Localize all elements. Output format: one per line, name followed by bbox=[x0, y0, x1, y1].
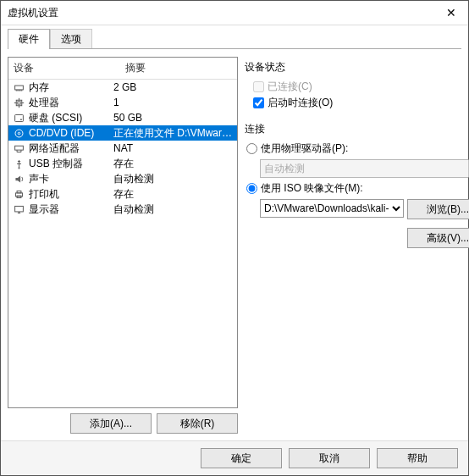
connection-title: 连接 bbox=[245, 122, 469, 136]
svg-rect-1 bbox=[16, 100, 22, 106]
device-summary: 1 bbox=[113, 97, 234, 108]
tab-strip: 硬件 选项 bbox=[1, 25, 468, 49]
svg-point-8 bbox=[18, 167, 19, 169]
usb-icon bbox=[12, 157, 25, 170]
table-row[interactable]: 显示器自动检测 bbox=[8, 202, 237, 217]
device-summary: 50 GB bbox=[113, 112, 234, 124]
poweron-label: 启动时连接(O) bbox=[268, 96, 333, 110]
use-physical-row[interactable]: 使用物理驱动器(P): bbox=[246, 141, 469, 156]
browse-button[interactable]: 浏览(B)... bbox=[407, 199, 469, 219]
table-body: 内存2 GB处理器1硬盘 (SCSI)50 GBCD/DVD (IDE)正在使用… bbox=[8, 80, 237, 407]
device-name: 显示器 bbox=[29, 202, 113, 217]
table-row[interactable]: 内存2 GB bbox=[8, 80, 237, 95]
physical-drive-select: 自动检测 bbox=[260, 159, 469, 178]
dialog-footer: 确定 取消 帮助 bbox=[1, 440, 468, 475]
physical-combo-row: 自动检测 bbox=[260, 159, 469, 178]
device-name: 硬盘 (SCSI) bbox=[29, 111, 113, 125]
content-area: 设备 摘要 内存2 GB处理器1硬盘 (SCSI)50 GBCD/DVD (ID… bbox=[1, 50, 468, 440]
poweron-checkbox[interactable] bbox=[253, 97, 264, 108]
device-summary: 存在 bbox=[113, 187, 234, 202]
net-icon bbox=[12, 141, 25, 155]
table-header: 设备 摘要 bbox=[8, 58, 237, 80]
device-summary: 2 GB bbox=[113, 81, 234, 93]
table-row[interactable]: USB 控制器存在 bbox=[8, 156, 237, 171]
right-pane: 设备状态 已连接(C) 启动时连接(O) 连接 使用物理驱动器(P): bbox=[245, 57, 469, 434]
advanced-row: 高级(V)... bbox=[245, 228, 469, 248]
device-summary: NAT bbox=[113, 142, 234, 154]
svg-point-5 bbox=[15, 130, 23, 137]
device-summary: 存在 bbox=[113, 157, 234, 171]
tab-options[interactable]: 选项 bbox=[50, 29, 92, 49]
device-table: 设备 摘要 内存2 GB处理器1硬盘 (SCSI)50 GBCD/DVD (ID… bbox=[8, 57, 238, 408]
printer-icon bbox=[12, 187, 25, 201]
connected-checkbox-row: 已连接(C) bbox=[253, 80, 469, 94]
table-row[interactable]: 打印机存在 bbox=[8, 186, 237, 202]
close-button[interactable]: ✕ bbox=[434, 6, 468, 19]
memory-icon bbox=[12, 80, 25, 94]
iso-combo-row: D:\VMware\Downloads\kali- 浏览(B)... bbox=[260, 199, 469, 219]
add-button[interactable]: 添加(A)... bbox=[70, 413, 152, 434]
titlebar: 虚拟机设置 ✕ bbox=[1, 1, 468, 25]
left-pane: 设备 摘要 内存2 GB处理器1硬盘 (SCSI)50 GBCD/DVD (ID… bbox=[8, 57, 238, 434]
cancel-button[interactable]: 取消 bbox=[289, 448, 370, 468]
tab-hardware[interactable]: 硬件 bbox=[8, 29, 50, 49]
device-name: 打印机 bbox=[29, 187, 113, 202]
device-name: 网络适配器 bbox=[29, 141, 113, 156]
use-physical-radio[interactable] bbox=[246, 143, 257, 154]
table-row[interactable]: 处理器1 bbox=[8, 95, 237, 110]
device-name: CD/DVD (IDE) bbox=[29, 127, 113, 139]
table-row[interactable]: CD/DVD (IDE)正在使用文件 D:\VMware\Dow... bbox=[8, 125, 237, 141]
table-row[interactable]: 硬盘 (SCSI)50 GB bbox=[8, 110, 237, 125]
table-row[interactable]: 网络适配器NAT bbox=[8, 141, 237, 156]
connected-label: 已连接(C) bbox=[268, 80, 312, 94]
svg-rect-2 bbox=[17, 101, 19, 103]
device-summary: 正在使用文件 D:\VMware\Dow... bbox=[113, 126, 234, 141]
tab-underline bbox=[8, 48, 461, 49]
poweron-checkbox-row[interactable]: 启动时连接(O) bbox=[253, 96, 469, 110]
svg-point-6 bbox=[18, 132, 19, 134]
svg-rect-12 bbox=[14, 206, 23, 212]
device-status-title: 设备状态 bbox=[245, 60, 469, 75]
window-title: 虚拟机设置 bbox=[8, 6, 434, 20]
cd-icon bbox=[12, 126, 25, 140]
svg-rect-3 bbox=[14, 114, 23, 121]
device-status-group: 设备状态 已连接(C) 启动时连接(O) bbox=[245, 57, 469, 112]
sound-icon bbox=[12, 172, 25, 185]
svg-rect-10 bbox=[17, 191, 21, 192]
svg-rect-7 bbox=[14, 146, 23, 150]
device-summary: 自动检测 bbox=[113, 172, 234, 186]
device-name: 内存 bbox=[29, 80, 113, 95]
col-summary: 摘要 bbox=[120, 58, 237, 79]
device-summary: 自动检测 bbox=[113, 202, 234, 217]
use-physical-label: 使用物理驱动器(P): bbox=[261, 141, 348, 156]
device-name: 声卡 bbox=[29, 172, 113, 186]
col-device: 设备 bbox=[8, 58, 120, 79]
table-row[interactable]: 声卡自动检测 bbox=[8, 171, 237, 186]
disk-icon bbox=[12, 111, 25, 125]
remove-button[interactable]: 移除(R) bbox=[157, 413, 238, 434]
left-buttons: 添加(A)... 移除(R) bbox=[8, 413, 238, 434]
display-icon bbox=[12, 202, 25, 216]
connected-checkbox bbox=[253, 81, 264, 92]
advanced-button[interactable]: 高级(V)... bbox=[407, 228, 469, 248]
use-iso-row[interactable]: 使用 ISO 映像文件(M): bbox=[246, 181, 469, 196]
iso-path-select[interactable]: D:\VMware\Downloads\kali- bbox=[260, 199, 404, 218]
svg-rect-0 bbox=[14, 86, 23, 90]
vm-settings-window: 虚拟机设置 ✕ 硬件 选项 设备 摘要 内存2 GB处理器1硬盘 (SCSI)5… bbox=[0, 0, 469, 476]
use-iso-label: 使用 ISO 映像文件(M): bbox=[261, 181, 363, 196]
use-iso-radio[interactable] bbox=[246, 183, 257, 194]
connection-group: 连接 使用物理驱动器(P): 自动检测 使用 ISO 映像文件(M): bbox=[245, 119, 469, 248]
ok-button[interactable]: 确定 bbox=[201, 448, 282, 468]
help-button[interactable]: 帮助 bbox=[377, 448, 458, 468]
svg-point-4 bbox=[19, 119, 21, 120]
device-name: 处理器 bbox=[29, 96, 113, 110]
device-name: USB 控制器 bbox=[29, 157, 113, 171]
cpu-icon bbox=[12, 96, 25, 109]
